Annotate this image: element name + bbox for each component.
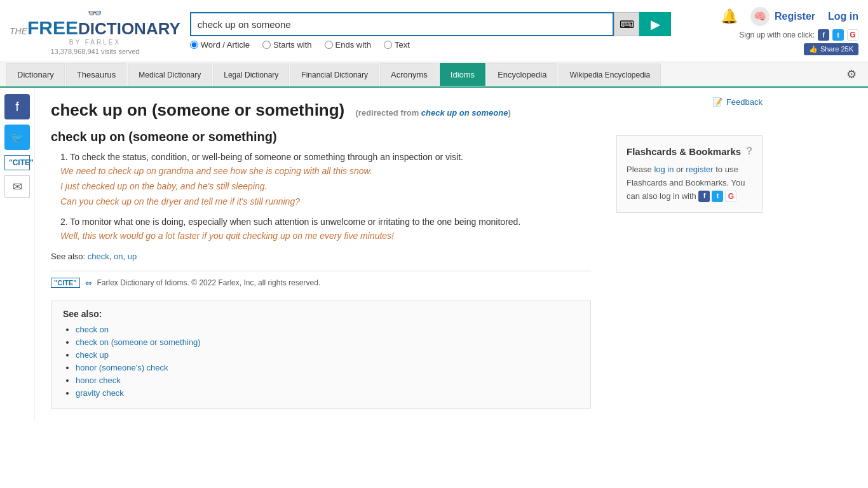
see-also-link-gravity-check[interactable]: gravity check	[76, 388, 124, 398]
see-also-link-up[interactable]: up	[128, 252, 137, 261]
nav-item-idioms[interactable]: Idioms	[440, 63, 485, 86]
search-row: ⌨ ▶	[190, 12, 671, 36]
nav-item-financial[interactable]: Financial Dictionary	[290, 64, 379, 86]
cite-sidebar-button[interactable]: "CITE"	[4, 155, 30, 170]
see-also-box: See also: check on check on (someone or …	[51, 301, 591, 409]
twitter-share-sidebar[interactable]: 🐦	[4, 125, 30, 150]
redirected-prefix: (redirected from	[356, 108, 421, 118]
def-number-2: 2.	[60, 217, 68, 227]
notification-icon[interactable]: 🔔	[721, 8, 738, 25]
twitter-signup-icon[interactable]: t	[832, 29, 844, 41]
cite-source-text: Farlex Dictionary of Idioms. © 2022 Farl…	[97, 278, 321, 287]
main-nav: Dictionary Thesaurus Medical Dictionary …	[0, 62, 868, 88]
logo-free: FREE	[27, 17, 78, 39]
flashcard-g-icon[interactable]: G	[725, 191, 736, 202]
cite-reference: "CITE" ⇔ Farlex Dictionary of Idioms. © …	[51, 271, 591, 288]
register-button[interactable]: 🧠 Register	[750, 7, 815, 26]
flashcard-title: Flashcards & Bookmarks ?	[627, 146, 752, 157]
flashcard-description: Please log in or register to use Flashca…	[627, 163, 752, 203]
search-radio-options: Word / Article Starts with Ends with Tex…	[190, 40, 671, 50]
see-also-box-title: See also:	[63, 309, 579, 319]
see-also-inline-label: See also:	[51, 252, 85, 261]
right-panel: 📝 Feedback Flashcards & Bookmarks ? Plea…	[607, 88, 772, 421]
see-also-link-check-on[interactable]: check on	[76, 325, 109, 334]
header-right: 🔔 🧠 Register Log in Sign up with one cli…	[681, 7, 858, 55]
register-icon: 🧠	[750, 7, 770, 26]
feedback-button[interactable]: 📝 Feedback	[712, 97, 763, 107]
article-sub-title: check up on (someone or something)	[51, 130, 591, 144]
search-button[interactable]: ▶	[639, 12, 671, 36]
example-1c: Can you check up on the dryer and tell m…	[60, 194, 591, 210]
content-area: check up on (someone or something) (redi…	[35, 88, 607, 421]
cite-tag[interactable]: "CITE"	[51, 278, 80, 288]
nav-item-encyclopedia[interactable]: Encyclopedia	[487, 63, 557, 86]
logo-by-farlex: BY FARLEX	[69, 39, 121, 46]
nav-item-legal[interactable]: Legal Dictionary	[213, 64, 289, 86]
see-also-inline: See also: check, on, up	[51, 252, 591, 261]
flashcard-fb-icon[interactable]: f	[698, 191, 710, 202]
logo-main-line: THE FREE DICTIONARY	[10, 17, 180, 39]
radio-ends-with[interactable]: Ends with	[325, 40, 371, 50]
see-also-link-check-on-someone[interactable]: check on (someone or something)	[76, 337, 201, 347]
nav-item-acronyms[interactable]: Acronyms	[380, 63, 438, 86]
logo-the: THE	[10, 26, 27, 36]
list-item: honor (someone's) check	[76, 362, 579, 372]
radio-word-article[interactable]: Word / Article	[190, 40, 250, 50]
example-1b: I just checked up on the baby, and he's …	[60, 179, 591, 194]
flashcard-social-icons: f t G	[698, 191, 736, 202]
google-signup-icon[interactable]: G	[847, 29, 858, 41]
radio-text[interactable]: Text	[384, 40, 410, 50]
example-1a: We need to check up on grandma and see h…	[60, 164, 591, 179]
list-item: check on (someone or something)	[76, 337, 579, 347]
radio-starts-with[interactable]: Starts with	[262, 40, 312, 50]
login-button[interactable]: Log in	[828, 11, 858, 22]
visits-counter: 13,378,968,941 visits served	[50, 48, 139, 55]
see-also-link-check-up[interactable]: check up	[76, 350, 109, 360]
see-also-list: check on check on (someone or something)…	[63, 324, 579, 398]
facebook-signup-icon[interactable]: f	[818, 29, 829, 41]
feedback-label: Feedback	[726, 97, 763, 107]
list-item: honor check	[76, 375, 579, 385]
keyboard-button[interactable]: ⌨	[614, 12, 639, 36]
definition-list: 1. To check the status, condition, or we…	[51, 151, 591, 244]
register-label: Register	[775, 11, 815, 22]
settings-icon[interactable]: ⚙	[841, 62, 862, 86]
logo-dictionary: DICTIONARY	[78, 19, 180, 39]
article-title: check up on (someone or something) (redi…	[51, 100, 591, 120]
search-input[interactable]	[190, 12, 614, 36]
nav-item-wikipedia[interactable]: Wikipedia Encyclopedia	[559, 64, 661, 86]
facebook-share-button[interactable]: 👍 Share 25K	[804, 43, 858, 55]
see-also-link-honor-check2[interactable]: honor check	[76, 376, 121, 385]
search-area: ⌨ ▶ Word / Article Starts with Ends with…	[190, 12, 671, 50]
nav-item-thesaurus[interactable]: Thesaurus	[66, 63, 126, 86]
def-text-2: To monitor what one is doing, especially…	[70, 217, 520, 227]
list-item: gravity check	[76, 388, 579, 398]
facebook-share-sidebar[interactable]: f	[4, 94, 30, 119]
see-also-link-check[interactable]: check	[88, 252, 109, 261]
article-title-text: check up on (someone or something)	[51, 100, 344, 119]
sign-up-row: Sign up with one click: f t G	[739, 29, 858, 41]
nav-item-dictionary[interactable]: Dictionary	[6, 63, 65, 86]
header: 👓 THE FREE DICTIONARY BY FARLEX 13,378,9…	[0, 0, 868, 62]
definition-item-2: 2. To monitor what one is doing, especia…	[60, 215, 591, 244]
flashcard-text-before: Please	[627, 165, 654, 174]
def-text-1: To check the status, condition, or well-…	[70, 152, 463, 162]
definition-item-1: 1. To check the status, condition, or we…	[60, 151, 591, 209]
flashcard-tw-icon[interactable]: t	[712, 191, 723, 202]
email-share-button[interactable]: ✉	[4, 175, 30, 198]
sign-up-text: Sign up with one click:	[739, 30, 815, 39]
redirected-suffix: )	[508, 108, 510, 118]
see-also-link-honor-check[interactable]: honor (someone's) check	[76, 363, 168, 372]
flashcard-register-link[interactable]: register	[686, 165, 713, 174]
redirected-from: (redirected from check up on someone)	[356, 108, 511, 118]
flashcard-login-link[interactable]: log in	[654, 165, 674, 174]
cite-link-icon: ⇔	[85, 278, 92, 288]
share-label: Share 25K	[820, 45, 853, 53]
flashcard-text-middle: or	[674, 165, 686, 174]
nav-item-medical[interactable]: Medical Dictionary	[128, 64, 212, 86]
help-icon[interactable]: ?	[746, 146, 752, 157]
sidebar-social: f 🐦 "CITE" ✉	[0, 88, 35, 421]
redirected-term: check up on someone	[421, 108, 508, 118]
see-also-link-on[interactable]: on	[114, 252, 123, 261]
email-icon: ✉	[13, 180, 22, 194]
